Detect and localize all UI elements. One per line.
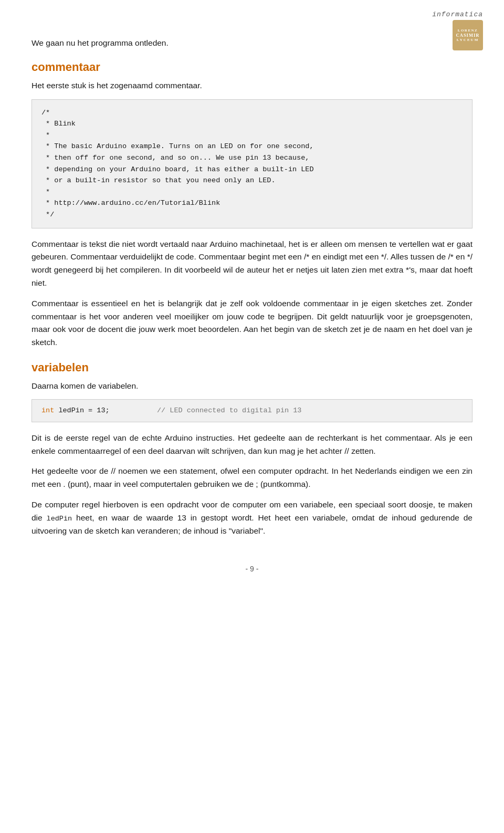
code-line-comment: // LED connected to digital pin 13 <box>157 405 463 417</box>
section2-heading: variabelen <box>32 359 472 377</box>
badge-line3: LYCEUM <box>457 38 479 42</box>
logo-badge: LORENZ CASIMIR LYCEUM <box>453 20 483 50</box>
section2-code-line: int ledPin = 13; // LED connected to dig… <box>32 399 472 422</box>
badge-line1: LORENZ <box>458 28 478 33</box>
code-keyword: int <box>41 407 54 414</box>
code-rest: ledPin = 13; <box>54 407 109 414</box>
section1-heading: commentaar <box>32 58 472 76</box>
section1-code-block: /* * Blink * * The basic Arduino example… <box>32 99 472 228</box>
code-ledpin: ledPin <box>47 515 72 523</box>
section2-para3-part2: heet, en waar de waarde 13 in gestopt wo… <box>32 513 472 535</box>
section1-sub-intro: Het eerste stuk is het zogenaamd comment… <box>32 79 472 91</box>
section1-para1: Commentaar is tekst die niet wordt verta… <box>32 238 472 290</box>
badge-line2: CASIMIR <box>456 33 480 38</box>
main-content: We gaan nu het programma ontleden. comme… <box>32 37 472 537</box>
page: informatica LORENZ CASIMIR LYCEUM We gaa… <box>0 0 504 833</box>
section2-para2: Het gedeelte voor de // noemen we een st… <box>32 465 472 491</box>
section2-para1: Dit is de eerste regel van de echte Ardu… <box>32 432 472 458</box>
code-line-left: int ledPin = 13; <box>41 405 157 417</box>
opening-line: We gaan nu het programma ontleden. <box>32 37 472 49</box>
page-footer: - 9 - <box>32 558 472 575</box>
logo-text: informatica <box>432 9 483 20</box>
section2-sub-intro: Daarna komen de variabelen. <box>32 380 472 392</box>
section2-para3: De computer regel hierboven is een opdra… <box>32 498 472 537</box>
header-logo: informatica LORENZ CASIMIR LYCEUM <box>432 9 483 50</box>
page-number: - 9 - <box>246 565 259 573</box>
section1-para2: Commentaar is essentieel en het is belan… <box>32 297 472 349</box>
